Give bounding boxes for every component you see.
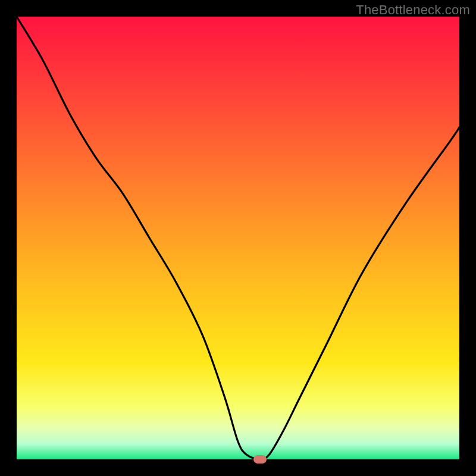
watermark-text: TheBottleneck.com <box>356 2 470 18</box>
plot-area <box>17 17 459 459</box>
gradient-background <box>17 17 459 459</box>
plot-svg <box>17 17 459 459</box>
optimal-point-marker <box>253 455 267 464</box>
chart-frame: TheBottleneck.com <box>0 0 476 476</box>
